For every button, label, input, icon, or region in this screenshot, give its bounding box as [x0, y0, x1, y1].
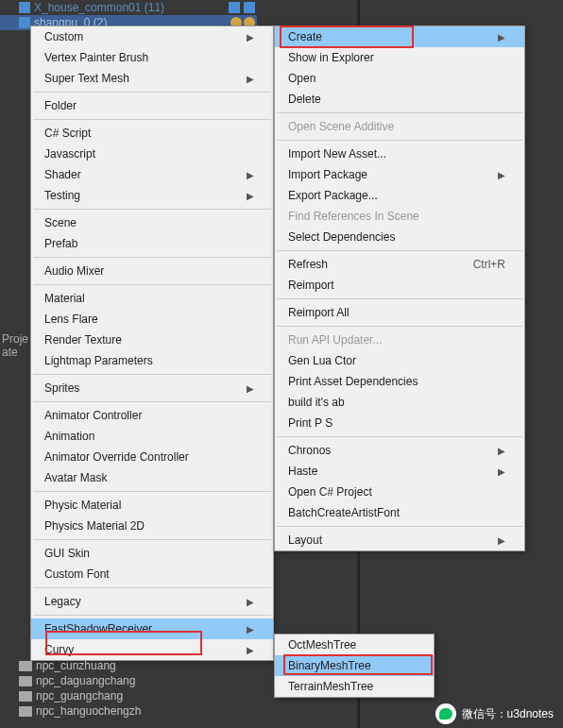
menu-item[interactable]: BatchCreateArtistFont — [275, 502, 524, 523]
menu-item[interactable]: Audio Mixer — [31, 261, 273, 281]
menu-item[interactable]: BinaryMeshTree — [275, 655, 434, 676]
menu-item[interactable]: C# Script — [31, 123, 273, 144]
menu-item-label: Custom — [44, 30, 83, 43]
menu-item[interactable]: Export Package... — [275, 185, 524, 206]
menu-separator — [277, 326, 522, 327]
menu-item[interactable]: Animator Controller — [31, 405, 273, 426]
menu-item-label: Import New Asset... — [288, 147, 386, 161]
menu-item-label: Shader — [44, 168, 81, 181]
folder-item[interactable]: npc_hanguochengzh — [19, 703, 141, 719]
chevron-right-icon: ▶ — [247, 645, 254, 655]
menu-item[interactable]: Scene — [31, 212, 273, 233]
menu-item[interactable]: Gen Lua Ctor — [275, 350, 524, 371]
menu-item[interactable]: Reimport All — [275, 302, 524, 323]
menu-item[interactable]: Prefab — [31, 233, 273, 254]
menu-item-label: Javascript — [44, 147, 95, 161]
menu-item[interactable]: Physic Material — [31, 495, 273, 516]
menu-item-label: Lightmap Parameters — [44, 354, 153, 367]
menu-item[interactable]: Chronos▶ — [275, 440, 524, 461]
menu-item[interactable]: Lens Flare — [31, 309, 273, 330]
menu-item[interactable]: FastShadowReceiver▶ — [31, 618, 273, 639]
menu-item[interactable]: Legacy▶ — [31, 591, 273, 612]
chevron-right-icon: ▶ — [498, 446, 505, 456]
menu-item[interactable]: Vertex Painter Brush — [31, 47, 273, 68]
prefab-icon — [19, 2, 30, 13]
menu-separator — [277, 298, 522, 299]
menu-item[interactable]: RefreshCtrl+R — [275, 254, 524, 275]
menu-item[interactable]: Print Asset Dependencies — [275, 371, 524, 392]
menu-item[interactable]: Physics Material 2D — [31, 516, 273, 536]
menu-item[interactable]: Curvy▶ — [31, 639, 273, 660]
chevron-right-icon: ▶ — [247, 597, 254, 607]
project-tab[interactable]: Proje ate — [0, 330, 30, 361]
menu-item-label: Physic Material — [44, 499, 121, 512]
menu-item[interactable]: OctMeshTree — [275, 635, 434, 655]
chevron-right-icon: ▶ — [247, 624, 254, 635]
menu-item[interactable]: Layout▶ — [275, 530, 524, 550]
menu-item[interactable]: Import Package▶ — [275, 164, 524, 185]
menu-item[interactable]: Material — [31, 288, 273, 309]
menu-item-label: Show in Explorer — [288, 51, 374, 64]
menu-item[interactable]: Avatar Mask — [31, 467, 273, 488]
menu-item-label: Gen Lua Ctor — [288, 354, 356, 367]
menu-item[interactable]: Custom▶ — [31, 26, 273, 47]
menu-item[interactable]: Show in Explorer — [275, 47, 524, 68]
menu-item[interactable]: Shader▶ — [31, 164, 273, 185]
fastshadow-submenu: OctMeshTreeBinaryMeshTreeTerrainMeshTree — [274, 634, 435, 698]
menu-separator — [277, 140, 522, 141]
chevron-right-icon: ▶ — [498, 466, 505, 477]
menu-item-label: Export Package... — [288, 189, 378, 202]
menu-item[interactable]: build it's ab — [275, 392, 524, 413]
menu-item[interactable]: Open — [275, 68, 524, 89]
menu-item: Find References In Scene — [275, 206, 524, 227]
hierarchy-item[interactable]: X_house_common01 (11) — [0, 0, 257, 15]
chevron-right-icon: ▶ — [247, 32, 254, 42]
menu-item[interactable]: Animator Override Controller — [31, 447, 273, 467]
folder-item[interactable]: npc_cunzhuang — [19, 658, 141, 673]
menu-item-label: Avatar Mask — [44, 471, 107, 484]
menu-item[interactable]: Reimport — [275, 275, 524, 296]
menu-item-label: BatchCreateArtistFont — [288, 506, 400, 519]
menu-item-label: Reimport — [288, 279, 334, 292]
menu-item-label: GUI Skin — [44, 547, 90, 560]
menu-item[interactable]: Print P S — [275, 413, 524, 433]
menu-item[interactable]: Animation — [31, 426, 273, 447]
chevron-right-icon: ▶ — [498, 170, 505, 180]
folder-item[interactable]: npc_guangchang — [19, 688, 141, 703]
menu-item: Open Scene Additive — [275, 116, 524, 137]
menu-item[interactable]: Super Text Mesh▶ — [31, 68, 273, 89]
menu-item[interactable]: Testing▶ — [31, 185, 273, 206]
menu-item[interactable]: GUI Skin — [31, 543, 273, 564]
menu-item[interactable]: Open C# Project — [275, 482, 524, 502]
menu-item-label: Animator Override Controller — [44, 450, 189, 464]
menu-item[interactable]: TerrainMeshTree — [275, 676, 434, 697]
menu-item[interactable]: Haste▶ — [275, 461, 524, 482]
menu-item[interactable]: Import New Asset... — [275, 144, 524, 164]
menu-item[interactable]: Render Texture — [31, 330, 273, 350]
menu-item[interactable]: Javascript — [31, 144, 273, 164]
menu-item-label: Custom Font — [44, 567, 110, 581]
chevron-right-icon: ▶ — [247, 383, 254, 394]
menu-item-label: Material — [44, 292, 85, 305]
folder-icon — [19, 691, 32, 702]
menu-separator — [33, 92, 271, 93]
prefab-icon — [19, 17, 30, 28]
menu-item[interactable]: Lightmap Parameters — [31, 350, 273, 371]
menu-item[interactable]: Select Dependencies — [275, 227, 524, 247]
menu-separator — [33, 587, 271, 588]
menu-item[interactable]: Create▶ — [275, 26, 524, 47]
footer-label: 微信号： — [462, 706, 507, 722]
menu-item-label: Reimport All — [288, 306, 350, 319]
menu-item-label: C# Script — [44, 127, 91, 140]
menu-item[interactable]: Sprites▶ — [31, 378, 273, 398]
chevron-right-icon: ▶ — [247, 74, 254, 84]
menu-item-label: Open C# Project — [288, 485, 372, 499]
menu-item-label: TerrainMeshTree — [288, 680, 373, 693]
menu-item-label: Find References In Scene — [288, 210, 419, 223]
menu-item[interactable]: Delete — [275, 89, 524, 110]
menu-item-label: Chronos — [288, 444, 331, 457]
menu-item[interactable]: Custom Font — [31, 564, 273, 584]
folder-item[interactable]: npc_daguangchang — [19, 673, 141, 688]
folder-icon — [19, 661, 32, 671]
menu-item[interactable]: Folder — [31, 95, 273, 116]
